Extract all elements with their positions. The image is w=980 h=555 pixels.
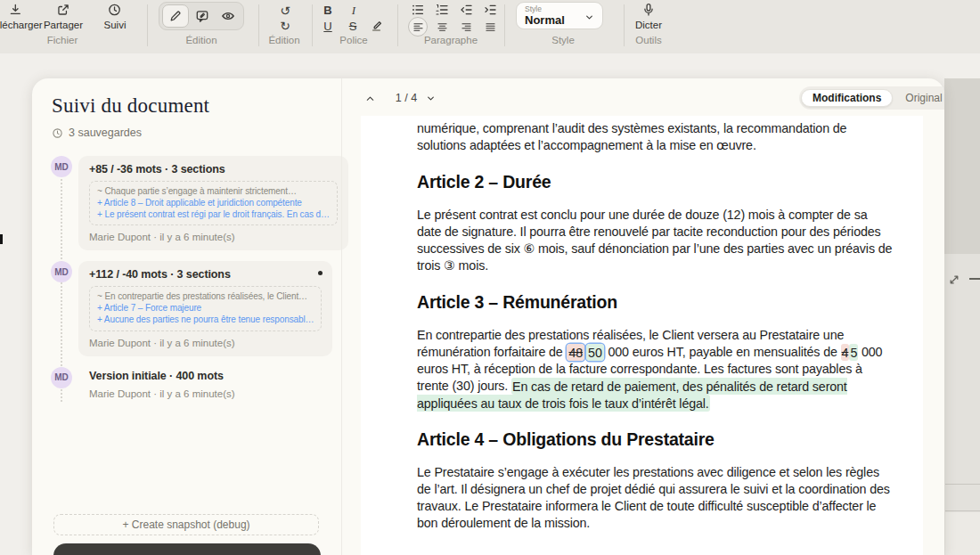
align-center-button[interactable] [431, 20, 453, 34]
ribbon-toolbar: Télécharger Partager Suivi Fichier Éditi… [0, 0, 980, 54]
changes-preview: ~ En contrepartie des prestations réalis… [89, 286, 322, 331]
main-card: Suivi du document 3 sauvegardes MD+85 / … [32, 78, 944, 555]
numbered-list-button[interactable] [431, 3, 453, 17]
app-window: Télécharger Partager Suivi Fichier Éditi… [0, 0, 980, 555]
strikethrough-glyph: S [349, 20, 357, 32]
highlight-button[interactable] [367, 18, 388, 32]
redo-button[interactable]: ↻ [274, 19, 296, 33]
chevron-up-icon [364, 93, 376, 104]
group-label-paragraphe: Paragraphe [424, 35, 478, 45]
article-heading[interactable]: Article 3 – Rémunération [417, 291, 893, 313]
dictate-button[interactable]: Dicter [635, 3, 662, 30]
numbered-list-icon [435, 3, 449, 17]
doc-paragraph[interactable]: Le présent contrat est conclu pour une d… [417, 207, 893, 274]
bullet-list-button[interactable] [407, 3, 429, 17]
edge-marker [0, 234, 3, 244]
entry-meta: Marie Dupont · il y a 6 minute(s) [89, 388, 309, 400]
underline-glyph: U [323, 20, 331, 32]
doc-text: Le Prestataire s’engage à exécuter les p… [417, 465, 890, 530]
history-list: MD+85 / -36 mots · 3 sections~ Chaque pa… [51, 156, 320, 413]
deleted-text[interactable]: 4 [841, 344, 850, 361]
workspace: Suivi du document 3 sauvegardes MD+85 / … [0, 53, 980, 555]
toggle-modifications[interactable]: Modifications [801, 89, 893, 107]
indent-icon [483, 3, 497, 17]
align-left-button[interactable] [408, 17, 428, 37]
entry-title: +85 / -36 mots · 3 sections [89, 163, 338, 176]
document-view: 1 / 4 Modifications Original numérique, … [342, 78, 944, 555]
edit-mode-write-button[interactable] [162, 4, 189, 28]
toggle-original[interactable]: Original [894, 89, 944, 107]
entry-meta: Marie Dupont · il y a 6 minute(s) [89, 337, 322, 349]
doc-paragraph[interactable]: En contrepartie des prestations réalisée… [417, 327, 893, 412]
group-label-edition-modes: Édition [185, 35, 216, 45]
group-label-police: Police [339, 35, 367, 45]
history-item[interactable]: Version initiale · 400 motsMarie Dupont … [78, 367, 320, 403]
indent-button[interactable] [479, 3, 501, 17]
justify-icon [485, 21, 496, 33]
previous-page-button[interactable] [362, 90, 378, 106]
italic-button[interactable]: I [343, 3, 364, 17]
inserted-text[interactable]: 50 [586, 344, 604, 361]
edit-mode-comment-button[interactable] [190, 5, 215, 27]
change-line: ~ Chaque partie s’engage à maintenir str… [97, 186, 330, 198]
group-label-fichier: Fichier [47, 35, 78, 45]
background-panel-strip [945, 512, 980, 555]
style-dropdown[interactable]: Style Normal [516, 2, 603, 29]
history-card[interactable]: +85 / -36 mots · 3 sections~ Chaque part… [78, 156, 348, 250]
doc-paragraph[interactable]: Le Prestataire s’engage à exécuter les p… [417, 464, 893, 532]
undo-icon: ↺ [280, 3, 290, 19]
resize-handle-icon[interactable] [947, 273, 961, 287]
doc-paragraph[interactable]: numérique, comprenant l’audit des systèm… [417, 120, 893, 154]
justify-button[interactable] [479, 20, 501, 34]
background-panel-top [944, 78, 980, 254]
saves-summary-text: 3 sauvegardes [69, 127, 142, 139]
deleted-text[interactable]: 48 [567, 344, 584, 361]
primary-action-button[interactable] [53, 543, 321, 555]
share-button[interactable]: Partager [44, 3, 83, 30]
doc-text: 000 euros HT, payable en mensualités de [605, 345, 841, 359]
undo-button[interactable]: ↺ [274, 4, 296, 18]
track-button[interactable]: Suivi [104, 3, 127, 30]
chevron-down-icon [425, 93, 437, 104]
highlighter-icon [371, 18, 385, 32]
divider [312, 4, 313, 46]
bullet-list-icon [411, 3, 425, 17]
italic-glyph: I [352, 4, 355, 16]
underline-button[interactable]: U [317, 19, 339, 33]
change-line: ~ En contrepartie des prestations réalis… [97, 291, 314, 303]
article-heading[interactable]: Article 4 – Obligations du Prestataire [417, 428, 893, 450]
inserted-text[interactable]: 5 [849, 344, 858, 361]
document-page[interactable]: numérique, comprenant l’audit des systèm… [361, 116, 923, 555]
view-mode-toggle: Modifications Original [799, 86, 944, 110]
eye-icon [221, 9, 235, 23]
saves-summary: 3 sauvegardes [52, 127, 142, 139]
create-snapshot-button[interactable]: + Create snapshot (debug) [53, 514, 319, 535]
strikethrough-button[interactable]: S [342, 19, 363, 33]
history-card[interactable]: +112 / -40 mots · 3 sections~ En contrep… [78, 261, 332, 355]
next-page-button[interactable] [422, 90, 438, 106]
avatar: MD [51, 261, 72, 282]
unsaved-dot [318, 271, 323, 275]
dictate-label: Dicter [635, 20, 662, 30]
entry-meta: Marie Dupont · il y a 6 minute(s) [89, 231, 338, 243]
outdent-button[interactable] [455, 3, 477, 17]
divider [504, 4, 505, 46]
change-line: + Article 7 – Force majeure [97, 303, 314, 314]
divider [624, 4, 625, 46]
doc-text: Le présent contrat est conclu pour une d… [417, 208, 892, 273]
changes-preview: ~ Chaque partie s’engage à maintenir str… [89, 181, 338, 225]
page-indicator: 1 / 4 [388, 92, 424, 104]
panel-dash [969, 278, 980, 280]
track-label: Suivi [104, 20, 127, 30]
group-label-style: Style [551, 35, 575, 45]
article-heading[interactable]: Article 2 – Durée [417, 171, 893, 192]
edit-mode-view-button[interactable] [216, 5, 241, 27]
chevron-down-icon [584, 12, 595, 23]
download-button[interactable]: Télécharger [0, 3, 43, 30]
align-center-icon [437, 21, 448, 33]
share-label: Partager [44, 20, 83, 30]
align-right-button[interactable] [455, 20, 477, 34]
comment-icon [195, 9, 209, 23]
history-entry: MD+112 / -40 mots · 3 sections~ En contr… [51, 261, 320, 355]
bold-button[interactable]: B [317, 3, 339, 17]
